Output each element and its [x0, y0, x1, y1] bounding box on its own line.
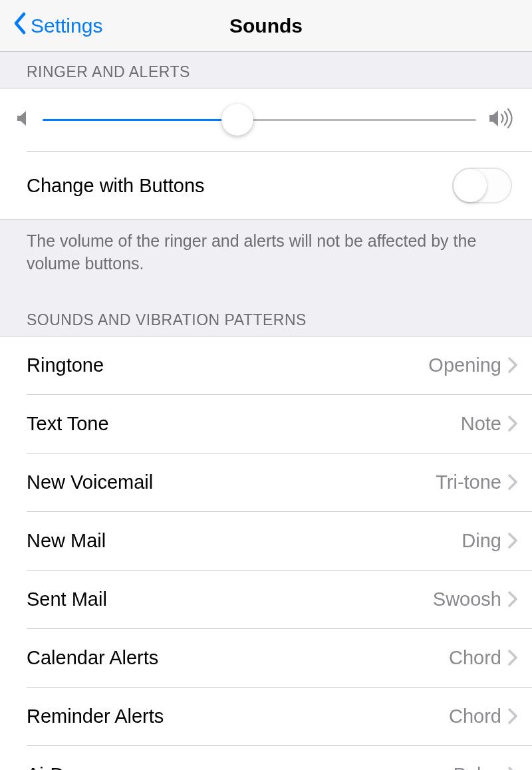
chevron-right-icon — [508, 533, 517, 549]
cell-label: New Mail — [27, 530, 106, 552]
volume-slider[interactable] — [43, 119, 476, 121]
chevron-right-icon — [508, 591, 517, 607]
new-voicemail-cell[interactable]: New Voicemail Tri-tone — [0, 453, 532, 511]
section-header-ringer: Ringer and Alerts — [0, 52, 532, 88]
chevron-left-icon — [13, 12, 27, 39]
speaker-high-icon — [488, 108, 516, 131]
reminder-alerts-cell[interactable]: Reminder Alerts Chord — [0, 688, 532, 745]
cell-label: New Voicemail — [27, 471, 153, 493]
cell-value: Chord — [449, 647, 501, 669]
ringtone-cell[interactable]: Ringtone Opening — [0, 336, 532, 394]
cell-label: Calendar Alerts — [27, 647, 158, 669]
chevron-right-icon — [508, 416, 517, 432]
back-label: Settings — [31, 15, 102, 37]
ringer-group: Change with Buttons — [0, 88, 532, 220]
cell-value: Swoosh — [433, 588, 501, 610]
change-with-buttons-toggle[interactable] — [452, 168, 512, 203]
change-with-buttons-label: Change with Buttons — [27, 175, 205, 197]
cell-value: Chord — [449, 706, 501, 727]
chevron-right-icon — [508, 474, 517, 490]
chevron-right-icon — [508, 767, 517, 770]
patterns-list: Ringtone Opening Text Tone Note New Voic… — [0, 336, 532, 771]
chevron-right-icon — [508, 357, 517, 373]
airdrop-cell[interactable]: AirDrop Pulse — [0, 746, 532, 771]
section-footer-ringer: The volume of the ringer and alerts will… — [0, 220, 532, 285]
back-button[interactable]: Settings — [0, 12, 102, 39]
new-mail-cell[interactable]: New Mail Ding — [0, 512, 532, 570]
toggle-knob — [454, 169, 487, 202]
cell-label: Ringtone — [27, 354, 104, 376]
slider-thumb[interactable] — [221, 104, 253, 136]
sent-mail-cell[interactable]: Sent Mail Swoosh — [0, 571, 532, 628]
cell-value: Ding — [462, 530, 501, 552]
speaker-low-icon — [16, 110, 31, 130]
cell-value: Note — [461, 413, 501, 435]
cell-value: Pulse — [453, 764, 501, 771]
text-tone-cell[interactable]: Text Tone Note — [0, 395, 532, 453]
cell-label: Sent Mail — [27, 588, 107, 610]
slider-fill — [43, 119, 237, 121]
change-with-buttons-cell: Change with Buttons — [0, 152, 532, 219]
calendar-alerts-cell[interactable]: Calendar Alerts Chord — [0, 629, 532, 687]
section-header-patterns: Sounds and Vibration Patterns — [0, 285, 532, 336]
cell-value: Opening — [428, 354, 501, 376]
cell-label: AirDrop — [27, 764, 92, 771]
volume-slider-cell — [0, 88, 532, 151]
cell-label: Text Tone — [27, 413, 109, 435]
cell-value: Tri-tone — [436, 471, 501, 493]
cell-label: Reminder Alerts — [27, 706, 164, 727]
chevron-right-icon — [508, 708, 517, 724]
navigation-bar: Settings Sounds — [0, 0, 532, 52]
chevron-right-icon — [508, 650, 517, 666]
